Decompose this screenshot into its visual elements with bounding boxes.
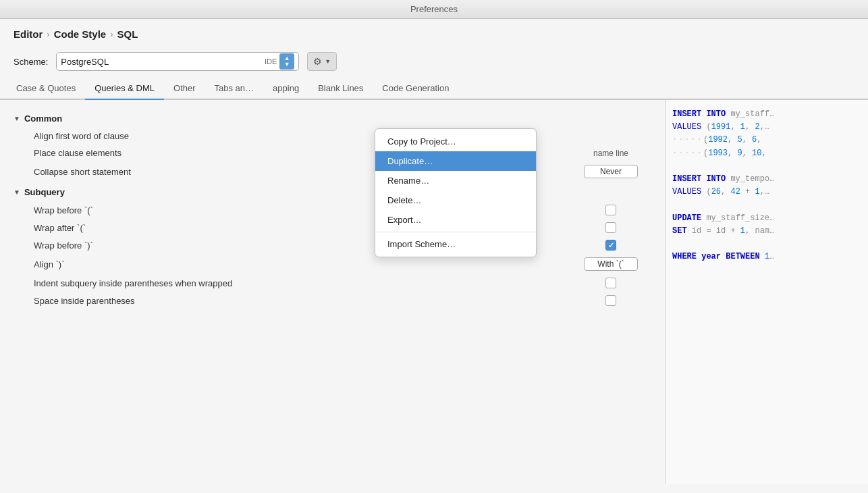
space-inside-checkbox[interactable] (605, 295, 616, 306)
code-line-blank-2 (672, 199, 861, 211)
setting-wrap-after-open-control[interactable] (570, 222, 651, 233)
setting-indent-subquery: Indent subquery inside parentheses when … (13, 274, 665, 292)
setting-indent-subquery-label: Indent subquery inside parentheses when … (34, 278, 570, 288)
collapse-short-select[interactable]: Never (584, 165, 638, 178)
wrap-before-close-checkbox[interactable] (605, 240, 616, 251)
tab-apping[interactable]: apping (263, 79, 308, 100)
setting-wrap-before-close: Wrap before `)` (13, 236, 665, 254)
code-preview-panel: INSERT INTO my_staff… VALUES (1991, 1, 2… (666, 100, 868, 484)
breadcrumb-sql[interactable]: SQL (117, 28, 138, 40)
gear-icon: ⚙ (313, 56, 322, 67)
breadcrumb-sep-1: › (47, 29, 49, 39)
breadcrumb: Editor › Code Style › SQL (0, 19, 868, 47)
setting-space-inside-control[interactable] (570, 295, 651, 306)
menu-item-export[interactable]: Export… (375, 210, 536, 230)
gear-dropdown-menu: Copy to Project… Duplicate… Rename… Dele… (375, 128, 537, 257)
scheme-row: Scheme: PostgreSQL IDE ▲ ▼ ⚙ ▼ (0, 47, 868, 79)
window-title: Preferences (410, 4, 458, 14)
scheme-ide-badge: IDE (265, 57, 277, 66)
code-line-blank-1 (672, 160, 861, 173)
align-close-select[interactable]: With `(` (584, 257, 638, 271)
setting-collapse-short-control[interactable]: Never (570, 165, 651, 178)
setting-align-close-label: Align `)` (34, 259, 570, 269)
tab-case-quotes[interactable]: Case & Quotes (7, 79, 85, 100)
scheme-arrows-button[interactable]: ▲ ▼ (279, 53, 294, 70)
wrap-before-open-checkbox[interactable] (605, 205, 616, 215)
tab-queries-dml[interactable]: Queries & DML (85, 79, 164, 100)
wrap-after-open-checkbox[interactable] (605, 222, 616, 233)
gear-menu-button[interactable]: ⚙ ▼ (307, 52, 337, 71)
setting-space-inside: Space inside parentheses (13, 292, 665, 309)
code-line-3: ·····(1992, 5, 6, (672, 134, 861, 147)
code-line-5: INSERT INTO my_tempo… (672, 173, 861, 186)
triangle-common-icon: ▼ (13, 115, 20, 122)
setting-place-clause-control: name line (570, 149, 651, 158)
scheme-value: PostgreSQL (61, 57, 259, 67)
title-bar: Preferences (0, 0, 868, 19)
menu-item-rename[interactable]: Rename… (375, 171, 536, 190)
menu-item-import-scheme[interactable]: Import Scheme… (375, 234, 536, 254)
setting-place-clause: Place clause elements name line (13, 145, 665, 161)
setting-align-close: Align `)` With `(` (13, 254, 665, 274)
breadcrumb-sep-2: › (110, 29, 113, 39)
triangle-subquery-icon: ▼ (13, 188, 20, 196)
section-subquery-title: Subquery (24, 187, 65, 197)
tab-code-generation[interactable]: Code Generation (373, 79, 458, 100)
scheme-label: Scheme: (13, 57, 48, 67)
setting-space-inside-label: Space inside parentheses (34, 296, 570, 306)
main-content: Editor › Code Style › SQL Scheme: Postgr… (0, 19, 868, 493)
setting-align-close-control[interactable]: With `(` (570, 257, 651, 271)
section-common: ▼ Common (13, 108, 665, 128)
menu-item-delete[interactable]: Delete… (375, 190, 536, 210)
setting-indent-subquery-control[interactable] (570, 278, 651, 288)
setting-wrap-before-open-control[interactable] (570, 205, 651, 215)
setting-wrap-after-open: Wrap after `(` (13, 219, 665, 236)
section-subquery: ▼ Subquery (13, 182, 665, 201)
code-line-4: ·····(1993, 9, 10, (672, 147, 861, 160)
indent-subquery-checkbox[interactable] (605, 278, 616, 288)
code-line-9: WHERE year BETWEEN 1… (672, 251, 861, 263)
breadcrumb-code-style[interactable]: Code Style (54, 28, 107, 40)
arrow-down-icon: ▼ (284, 61, 290, 68)
code-line-6: VALUES (26, 42 + 1,… (672, 186, 861, 199)
code-line-7: UPDATE my_staff_size… (672, 212, 861, 225)
setting-align-first-word: Align first word of clause (13, 128, 665, 145)
menu-item-duplicate[interactable]: Duplicate… (375, 151, 536, 171)
section-common-title: Common (24, 113, 62, 124)
code-line-blank-3 (672, 238, 861, 251)
breadcrumb-editor[interactable]: Editor (13, 28, 43, 40)
tab-tabs-and[interactable]: Tabs an… (205, 79, 264, 100)
scheme-select-container[interactable]: PostgreSQL IDE ▲ ▼ (56, 52, 299, 71)
place-clause-value: name line (593, 149, 628, 158)
setting-collapse-short: Collapse short statement Never (13, 161, 665, 182)
code-line-1: INSERT INTO my_staff… (672, 108, 861, 121)
code-line-2: VALUES (1991, 1, 2,… (672, 121, 861, 134)
tab-blank-lines[interactable]: Blank Lines (308, 79, 373, 100)
settings-panel: ▼ Common Align first word of clause Plac… (0, 100, 666, 484)
tab-other[interactable]: Other (164, 79, 205, 100)
code-line-8: SET id = id + 1, nam… (672, 225, 861, 238)
setting-wrap-before-open: Wrap before `(` (13, 201, 665, 219)
menu-divider (375, 232, 536, 232)
tabs-bar: Case & Quotes Queries & DML Other Tabs a… (0, 79, 868, 100)
gear-dropdown-arrow-icon: ▼ (325, 58, 331, 65)
setting-wrap-before-close-control[interactable] (570, 240, 651, 251)
menu-item-copy-to-project[interactable]: Copy to Project… (375, 132, 536, 151)
